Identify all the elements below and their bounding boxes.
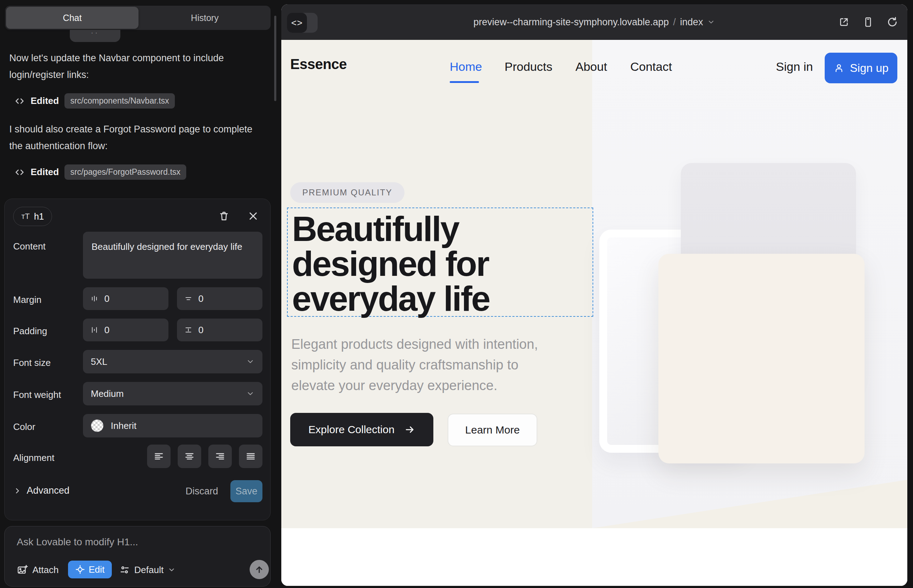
hero-heading-line: Beautifully [292, 212, 490, 246]
color-select[interactable]: Inherit [83, 414, 262, 438]
hero-heading-line: designed for [292, 246, 490, 281]
chevron-down-icon [168, 566, 176, 574]
margin-y-input[interactable]: 0 [177, 287, 262, 310]
padding-x-input[interactable]: 0 [83, 318, 168, 341]
code-preview-toggle[interactable]: <> [287, 13, 317, 33]
padding-y-value: 0 [198, 325, 203, 336]
selected-element-badge: тT h1 [13, 207, 52, 226]
tab-history[interactable]: History [140, 6, 269, 30]
nav-link-about[interactable]: About [575, 60, 607, 74]
align-center-button[interactable] [178, 444, 201, 468]
content-label: Content [13, 241, 45, 252]
chevron-down-icon [246, 389, 254, 398]
locate-icon [75, 564, 85, 575]
file-chip[interactable]: src/pages/ForgotPassword.tsx [65, 165, 186, 180]
align-right-icon [215, 451, 225, 462]
element-editor-panel: тT h1 Content Beautifully designed for e… [4, 199, 270, 520]
chevron-down-icon [707, 18, 715, 26]
code-icon [14, 167, 25, 178]
color-label: Color [13, 422, 35, 433]
font-weight-value: Medium [91, 388, 123, 399]
align-left-button[interactable] [147, 444, 170, 468]
advanced-label: Advanced [27, 485, 70, 496]
margin-label: Margin [13, 294, 41, 305]
nav-link-contact[interactable]: Contact [630, 60, 672, 74]
discard-button[interactable]: Discard [186, 486, 218, 497]
font-weight-select[interactable]: Medium [83, 382, 262, 405]
browser-chrome: preview--charming-site-symphony.lovable.… [281, 4, 907, 40]
hero-heading-line: everyday life [292, 281, 490, 316]
hero-paragraph-line: Elegant products designed with intention… [291, 334, 538, 354]
badge-label: PREMIUM QUALITY [302, 187, 392, 197]
decor-card-cream [659, 254, 864, 464]
alignment-label: Alignment [13, 452, 55, 464]
file-chip[interactable]: src/components/Navbar.tsx [65, 93, 175, 108]
preview-window: preview--charming-site-symphony.lovable.… [281, 4, 907, 586]
close-icon [248, 211, 259, 221]
selected-tag-label: h1 [34, 212, 44, 222]
edit-mode-button[interactable]: Edit [68, 561, 112, 578]
learn-more-button[interactable]: Learn More [448, 414, 537, 446]
chat-message: I should also create a Forgot Password p… [9, 121, 262, 155]
hero-heading[interactable]: Beautifully designed for everyday life [292, 212, 490, 316]
active-nav-underline [450, 81, 479, 83]
attach-image-icon [17, 564, 28, 575]
sign-in-link[interactable]: Sign in [776, 60, 813, 74]
padding-x-value: 0 [104, 325, 109, 336]
premium-quality-badge: PREMIUM QUALITY [290, 182, 405, 203]
margin-vertical-icon [184, 294, 193, 303]
code-icon: <> [291, 18, 303, 29]
mobile-view-button[interactable] [863, 16, 874, 28]
url-bar[interactable]: preview--charming-site-symphony.lovable.… [281, 4, 907, 40]
attach-label: Attach [32, 564, 59, 575]
hero-paragraph-line: elevate your everyday experience. [291, 375, 538, 396]
margin-x-value: 0 [104, 293, 109, 304]
padding-y-input[interactable]: 0 [177, 318, 262, 341]
margin-y-value: 0 [198, 293, 203, 304]
delete-element-button[interactable] [217, 209, 231, 223]
margin-x-input[interactable]: 0 [83, 287, 168, 310]
tab-history-label: History [191, 13, 219, 23]
align-left-icon [154, 451, 164, 462]
save-button[interactable]: Save [230, 480, 262, 502]
tab-chat[interactable]: Chat [6, 7, 139, 29]
content-input[interactable]: Beautifully designed for everyday life [83, 232, 262, 279]
url-page: index [680, 17, 703, 28]
url-host: preview--charming-site-symphony.lovable.… [474, 17, 669, 28]
code-segment[interactable]: <> [287, 13, 307, 33]
hero-paragraph: Elegant products designed with intention… [291, 334, 538, 396]
font-size-select[interactable]: 5XL [83, 350, 262, 373]
align-justify-button[interactable] [239, 444, 262, 468]
edited-label: Edited [31, 95, 59, 107]
edit-label: Edit [89, 564, 105, 575]
advanced-toggle[interactable]: Advanced [13, 485, 70, 496]
sign-up-button[interactable]: Sign up [825, 53, 897, 83]
explore-collection-button[interactable]: Explore Collection [290, 413, 433, 446]
composer-input[interactable]: Ask Lovable to modify H1... [17, 536, 138, 548]
learn-more-label: Learn More [465, 424, 520, 436]
nav-link-home[interactable]: Home [450, 60, 482, 74]
open-external-button[interactable] [838, 16, 850, 28]
default-label: Default [134, 564, 163, 575]
close-editor-button[interactable] [246, 209, 260, 223]
align-right-button[interactable] [208, 444, 232, 468]
padding-horizontal-icon [90, 326, 99, 334]
attach-button[interactable]: Attach [17, 561, 59, 579]
chevron-down-icon [246, 357, 254, 366]
arrow-up-icon [254, 564, 264, 575]
edited-label: Edited [31, 166, 59, 178]
sign-up-label: Sign up [850, 61, 889, 75]
nav-link-products[interactable]: Products [505, 60, 552, 74]
site-logo[interactable]: Essence [290, 56, 347, 72]
tab-chat-label: Chat [63, 13, 82, 23]
edited-file-row: Edited src/components/Navbar.tsx [14, 93, 175, 108]
padding-vertical-icon [184, 326, 193, 334]
padding-label: Padding [13, 326, 47, 337]
refresh-button[interactable] [887, 16, 898, 28]
chat-scrollbar[interactable] [274, 16, 276, 101]
color-value: Inherit [111, 420, 136, 431]
trash-icon [218, 210, 230, 222]
chat-message: Now let's update the Navbar component to… [9, 50, 262, 83]
model-default-dropdown[interactable]: Default [119, 561, 176, 579]
send-button[interactable] [249, 560, 269, 579]
